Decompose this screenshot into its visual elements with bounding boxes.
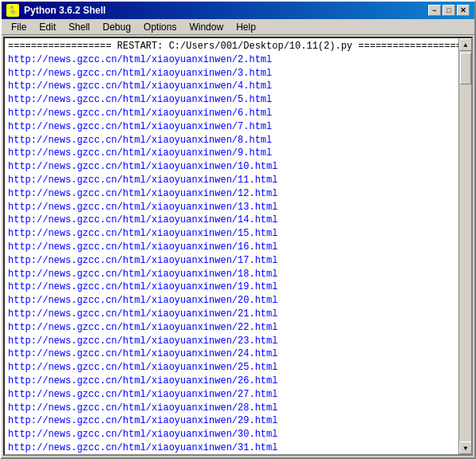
menu-file[interactable]: File bbox=[5, 20, 33, 34]
menu-bar: File Edit Shell Debug Options Window Hel… bbox=[2, 19, 474, 35]
url-line[interactable]: http://news.gzcc.cn/html/xiaoyuanxinwen/… bbox=[8, 388, 455, 402]
scroll-down-button[interactable]: ▼ bbox=[459, 441, 472, 454]
url-line[interactable]: http://news.gzcc.cn/html/xiaoyuanxinwen/… bbox=[8, 428, 455, 441]
main-window: 🐍 Python 3.6.2 Shell − □ ✕ File Edit She… bbox=[0, 0, 476, 459]
url-line[interactable]: http://news.gzcc.cn/html/xiaoyuanxinwen/… bbox=[8, 120, 455, 134]
url-line[interactable]: http://news.gzcc.cn/html/xiaoyuanxinwen/… bbox=[8, 321, 455, 335]
menu-options[interactable]: Options bbox=[137, 20, 183, 34]
title-bar: 🐍 Python 3.6.2 Shell − □ ✕ bbox=[2, 2, 474, 19]
scroll-thumb[interactable] bbox=[460, 53, 471, 84]
url-line[interactable]: http://news.gzcc.cn/html/xiaoyuanxinwen/… bbox=[8, 308, 455, 321]
menu-help[interactable]: Help bbox=[230, 20, 262, 34]
url-line[interactable]: http://news.gzcc.cn/html/xiaoyuanxinwen/… bbox=[8, 254, 455, 268]
scroll-track[interactable] bbox=[459, 51, 471, 441]
url-line[interactable]: http://news.gzcc.cn/html/xiaoyuanxinwen/… bbox=[8, 107, 455, 120]
url-line[interactable]: http://news.gzcc.cn/html/xiaoyuanxinwen/… bbox=[8, 160, 455, 174]
url-line[interactable]: http://news.gzcc.cn/html/xiaoyuanxinwen/… bbox=[8, 67, 455, 80]
url-line[interactable]: http://news.gzcc.cn/html/xiaoyuanxinwen/… bbox=[8, 294, 455, 308]
url-line[interactable]: http://news.gzcc.cn/html/xiaoyuanxinwen/… bbox=[8, 201, 455, 214]
url-line[interactable]: http://news.gzcc.cn/html/xiaoyuanxinwen/… bbox=[8, 441, 455, 454]
url-line[interactable]: http://news.gzcc.cn/html/xiaoyuanxinwen/… bbox=[8, 280, 455, 294]
url-line[interactable]: http://news.gzcc.cn/html/xiaoyuanxinwen/… bbox=[8, 134, 455, 147]
shell-output[interactable]: ================== RESTART: C:/Users/001… bbox=[5, 38, 458, 454]
scroll-up-button[interactable]: ▲ bbox=[459, 38, 472, 51]
menu-debug[interactable]: Debug bbox=[96, 20, 137, 34]
url-line[interactable]: http://news.gzcc.cn/html/xiaoyuanxinwen/… bbox=[8, 174, 455, 187]
url-line[interactable]: http://news.gzcc.cn/html/xiaoyuanxinwen/… bbox=[8, 375, 455, 388]
title-buttons: − □ ✕ bbox=[428, 5, 470, 16]
menu-edit[interactable]: Edit bbox=[33, 20, 62, 34]
close-button[interactable]: ✕ bbox=[457, 5, 470, 16]
url-line[interactable]: http://news.gzcc.cn/html/xiaoyuanxinwen/… bbox=[8, 241, 455, 254]
url-line[interactable]: http://news.gzcc.cn/html/xiaoyuanxinwen/… bbox=[8, 227, 455, 241]
menu-window[interactable]: Window bbox=[183, 20, 230, 34]
url-line[interactable]: http://news.gzcc.cn/html/xiaoyuanxinwen/… bbox=[8, 347, 455, 361]
url-line[interactable]: http://news.gzcc.cn/html/xiaoyuanxinwen/… bbox=[8, 335, 455, 348]
title-bar-left: 🐍 Python 3.6.2 Shell bbox=[6, 4, 106, 17]
minimize-button[interactable]: − bbox=[428, 5, 441, 16]
content-area: ================== RESTART: C:/Users/001… bbox=[3, 37, 473, 456]
url-line[interactable]: http://news.gzcc.cn/html/xiaoyuanxinwen/… bbox=[8, 53, 455, 67]
app-icon: 🐍 bbox=[6, 4, 19, 17]
url-line[interactable]: http://news.gzcc.cn/html/xiaoyuanxinwen/… bbox=[8, 402, 455, 415]
url-line[interactable]: http://news.gzcc.cn/html/xiaoyuanxinwen/… bbox=[8, 268, 455, 281]
restart-line: ================== RESTART: C:/Users/001… bbox=[8, 40, 455, 53]
url-line[interactable]: http://news.gzcc.cn/html/xiaoyuanxinwen/… bbox=[8, 93, 455, 107]
url-line[interactable]: http://news.gzcc.cn/html/xiaoyuanxinwen/… bbox=[8, 80, 455, 93]
maximize-button[interactable]: □ bbox=[443, 5, 455, 16]
menu-shell[interactable]: Shell bbox=[62, 20, 96, 34]
url-line[interactable]: http://news.gzcc.cn/html/xiaoyuanxinwen/… bbox=[8, 187, 455, 201]
url-line[interactable]: http://news.gzcc.cn/html/xiaoyuanxinwen/… bbox=[8, 361, 455, 375]
scrollbar[interactable]: ▲ ▼ bbox=[458, 38, 471, 454]
window-title: Python 3.6.2 Shell bbox=[24, 5, 106, 16]
url-line[interactable]: http://news.gzcc.cn/html/xiaoyuanxinwen/… bbox=[8, 214, 455, 227]
url-line[interactable]: http://news.gzcc.cn/html/xiaoyuanxinwen/… bbox=[8, 414, 455, 428]
url-line[interactable]: http://news.gzcc.cn/html/xiaoyuanxinwen/… bbox=[8, 147, 455, 160]
